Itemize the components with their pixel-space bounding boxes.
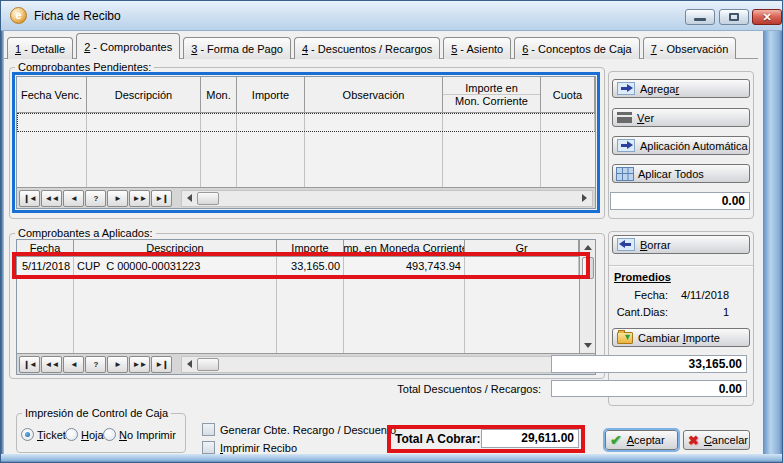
nav-prior-button[interactable]: ◄ (63, 356, 84, 373)
arrow-right-icon (617, 139, 635, 152)
col-fecha: Fecha (17, 240, 74, 256)
ver-button[interactable]: Ver (612, 108, 750, 127)
nav-first-button[interactable]: ❙◄ (19, 356, 40, 373)
tab-observacion[interactable]: 7 - Observación (643, 37, 737, 59)
col-mon: Mon. (201, 77, 237, 112)
tab-conceptos-de-caja[interactable]: 6 - Conceptos de Caja (514, 37, 639, 59)
col-importe-mon-corriente: Importe en Mon. Corriente (443, 77, 541, 112)
scroll-right-icon[interactable] (577, 191, 592, 206)
cant-dias-value: 1 (671, 306, 729, 318)
radio-no-imprimir[interactable] (103, 428, 116, 441)
fecha-label: Fecha: (608, 289, 668, 301)
col-observacion: Observación (305, 77, 443, 112)
arrow-right-icon (617, 82, 635, 95)
scroll-down-icon[interactable] (580, 338, 595, 353)
check-icon: ✔ (610, 432, 622, 448)
nav-next-button[interactable]: ► (107, 190, 128, 207)
col-cuota: Cuota (541, 77, 595, 112)
close-button[interactable]: ✕ (752, 9, 782, 25)
checkbox-imprimir-recibo-label: Imprimir Recibo (220, 442, 297, 454)
tab-descuentos-recargos[interactable]: 4 - Descuentos / Recargos (294, 37, 440, 59)
tab-asiento[interactable]: 5 - Asiento (443, 37, 511, 59)
radio-no-imprimir-label: No Imprimir (119, 429, 183, 441)
aplicados-navigator: ❙◄ ◄◄ ◄ ? ► ►► ►❙ (17, 353, 595, 374)
window-border-right (762, 31, 782, 456)
scrollbar-thumb[interactable] (197, 358, 219, 371)
row-fecha: 5/11/2018 (17, 257, 74, 276)
close-icon: ✕ (762, 11, 771, 24)
total-descuentos-field[interactable]: 0.00 (551, 380, 747, 397)
agregar-button[interactable]: Agregar (612, 79, 750, 98)
checkbox-imprimir-recibo[interactable] (202, 441, 215, 454)
importe-total-field[interactable]: 33,165.00 (551, 355, 747, 373)
col-importe: Importe (237, 77, 305, 112)
col-descripcion: Descripcion (74, 240, 277, 256)
maximize-button[interactable] (719, 9, 749, 25)
nav-prior-page-button[interactable]: ◄◄ (41, 190, 62, 207)
cant-dias-label: Cant.Dias: (608, 306, 668, 318)
horizontal-scrollbar[interactable] (181, 190, 593, 207)
empty-selected-row[interactable] (17, 113, 595, 132)
row-descripcion: CUP C 00000-00031223 (74, 257, 277, 276)
cancelar-button[interactable]: ✖ Cancelar (683, 430, 750, 450)
fecha-value: 4/11/2018 (671, 289, 729, 301)
scroll-left-icon[interactable] (182, 191, 197, 206)
row-imp-moneda-corriente: 493,743.94 (344, 257, 465, 276)
tab-comprobantes[interactable]: 2 - Comprobantes (76, 33, 180, 59)
col-gr: Gr (465, 240, 579, 256)
nav-next-button[interactable]: ► (107, 356, 128, 373)
checkbox-generar-cbte-label: Generar Cbte. Recargo / Descuento (220, 424, 396, 436)
scroll-left-icon[interactable] (182, 357, 197, 372)
radio-ticket-label: Ticket (37, 429, 66, 441)
scrollbar-thumb[interactable] (582, 257, 594, 279)
minimize-button[interactable] (685, 9, 715, 25)
maximize-icon (729, 13, 739, 21)
nav-help-button[interactable]: ? (85, 190, 106, 207)
scroll-up-icon[interactable] (580, 240, 595, 255)
aplicar-todos-button[interactable]: Aplicar Todos (612, 164, 750, 183)
nav-last-button[interactable]: ►❙ (151, 356, 172, 373)
window-title: Ficha de Recibo (34, 9, 121, 23)
aplicados-table-row[interactable]: 5/11/2018 CUP C 00000-00031223 33,165.00… (17, 257, 579, 277)
grid-icon (617, 168, 633, 180)
radio-hoja[interactable] (65, 428, 78, 441)
radio-hoja-label: Hoja (81, 429, 104, 441)
col-descripcion: Descripción (87, 77, 201, 112)
checkbox-generar-cbte[interactable] (202, 423, 215, 436)
nav-first-button[interactable]: ❙◄ (19, 190, 40, 207)
total-descuentos-label: Total Descuentos / Recargos: (341, 383, 541, 395)
window-border-bottom (1, 454, 783, 462)
nav-next-page-button[interactable]: ►► (129, 190, 150, 207)
tab-forma-de-pago[interactable]: 3 - Forma de Pago (183, 37, 291, 59)
divider (609, 265, 753, 267)
cross-icon: ✖ (688, 433, 699, 448)
nav-next-page-button[interactable]: ►► (129, 356, 150, 373)
nav-last-button[interactable]: ►❙ (151, 190, 172, 207)
window-border-left (1, 31, 4, 456)
nav-prior-button[interactable]: ◄ (63, 190, 84, 207)
row-importe: 33,165.00 (277, 257, 344, 276)
nav-help-button[interactable]: ? (85, 356, 106, 373)
pendientes-total-field[interactable]: 0.00 (610, 192, 750, 210)
promedios-heading: Promedios (614, 271, 671, 283)
minimize-icon (694, 18, 706, 21)
aplicados-grid: Fecha Descripcion Importe Imp. en Moneda… (16, 239, 596, 375)
title-bar[interactable]: e Ficha de Recibo (1, 1, 782, 31)
nav-prior-page-button[interactable]: ◄◄ (41, 356, 62, 373)
aceptar-button[interactable]: ✔ Aceptar (605, 430, 678, 450)
dialog-ficha-de-recibo: e Ficha de Recibo ✕ 1 - Detalle 2 - Comp… (0, 0, 783, 463)
list-icon (617, 112, 632, 123)
horizontal-scrollbar[interactable] (181, 356, 593, 373)
total-a-cobrar-label: Total A Cobrar: (395, 432, 481, 446)
tab-detalle[interactable]: 1 - Detalle (7, 37, 73, 59)
aplicacion-automatica-button[interactable]: Aplicación Automática (612, 136, 750, 155)
pendientes-navigator: ❙◄ ◄◄ ◄ ? ► ►► ►❙ (17, 187, 595, 208)
arrow-left-icon (617, 238, 635, 251)
pendientes-group-label: Comprobantes Pendientes: (15, 61, 154, 73)
radio-ticket[interactable] (21, 428, 34, 441)
vertical-scrollbar[interactable] (579, 240, 595, 353)
total-a-cobrar-field[interactable]: 29,611.00 (481, 429, 579, 448)
borrar-button[interactable]: Borrar (612, 235, 750, 254)
cambiar-importe-button[interactable]: Cambiar Importe (612, 328, 750, 347)
scrollbar-thumb[interactable] (197, 192, 219, 205)
